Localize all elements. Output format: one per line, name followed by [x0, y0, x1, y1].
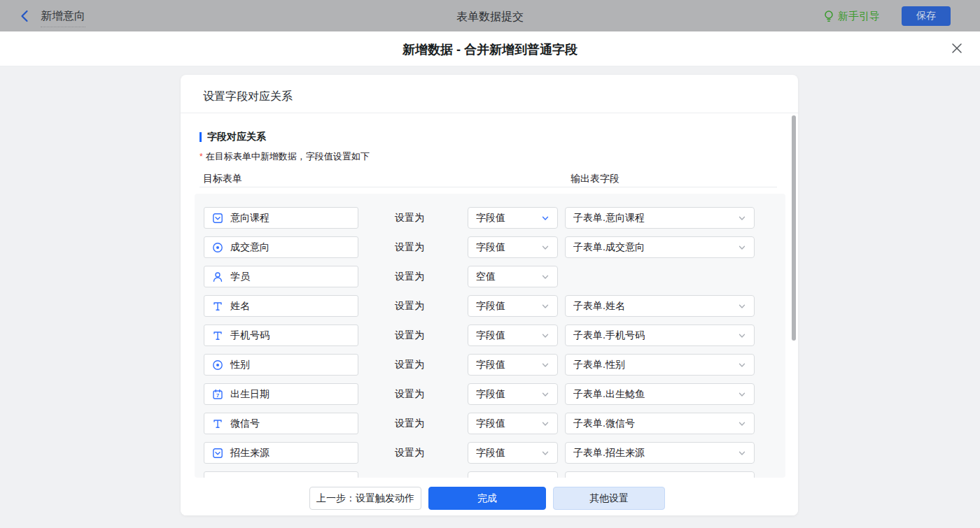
output-field-select[interactable] — [565, 471, 755, 478]
value-mode-select[interactable]: 字段值 — [468, 413, 558, 434]
target-field-box[interactable]: 姓名 — [204, 295, 358, 317]
field-mapping-row: 手机号码设置为字段值子表单.手机号码 — [195, 324, 785, 346]
other-settings-button[interactable]: 其他设置 — [553, 487, 665, 510]
target-field-box[interactable]: 手机号码 — [204, 324, 358, 346]
field-mapping-card: 设置字段对应关系 字段对应关系 *在目标表单中新增数据，字段值设置如下 目标表单… — [181, 75, 798, 515]
value-mode-select[interactable]: 字段值 — [468, 354, 558, 376]
modal-title: 新增数据 - 合并新增到普通字段 — [0, 41, 980, 58]
save-button[interactable]: 保存 — [902, 6, 951, 26]
target-field-box[interactable]: 学员 — [204, 266, 358, 287]
chevron-down-icon — [541, 420, 550, 428]
select-field-icon — [212, 448, 223, 459]
chevron-down-icon — [541, 390, 550, 399]
previous-step-button[interactable]: 上一步：设置触发动作 — [309, 487, 421, 510]
beginner-guide-link[interactable]: 新手引导 — [823, 9, 880, 23]
set-as-label: 设置为 — [395, 354, 424, 376]
target-field-box[interactable]: 招生来源 — [204, 442, 358, 464]
section-title-label: 字段对应关系 — [207, 131, 266, 143]
output-field-selected: 子表单.成交意向 — [573, 241, 645, 254]
field-mapping-row: 微信号设置为字段值子表单.微信号 — [195, 413, 785, 434]
value-mode-select[interactable]: 字段值 — [468, 324, 558, 346]
field-mapping-row — [195, 471, 785, 478]
field-mapping-row: 招生来源设置为字段值子表单.招生来源 — [195, 442, 785, 464]
modal-header: 新增数据 - 合并新增到普通字段 — [0, 31, 980, 66]
target-field-box[interactable]: 意向课程 — [204, 207, 358, 229]
output-field-selected: 子表单.手机号码 — [573, 329, 645, 342]
target-field-label: 意向课程 — [230, 212, 270, 224]
section-accent-bar — [200, 132, 202, 142]
calendar-field-icon: 7 — [212, 389, 223, 400]
target-field-label: 姓名 — [230, 300, 250, 313]
output-field-selected: 子表单.招生来源 — [573, 447, 645, 459]
value-mode-select[interactable]: 字段值 — [468, 383, 558, 405]
set-as-label: 设置为 — [395, 295, 424, 317]
chevron-down-icon — [541, 302, 550, 311]
field-mapping-row: 性别设置为字段值子表单.性别 — [195, 354, 785, 376]
chevron-down-icon — [541, 331, 550, 340]
divider — [181, 113, 798, 113]
target-field-box[interactable]: 7出生日期 — [204, 383, 358, 405]
svg-text:7: 7 — [216, 392, 220, 399]
chevron-down-icon — [738, 361, 746, 369]
output-field-select[interactable]: 子表单.性别 — [565, 354, 755, 376]
text-field-icon — [212, 418, 223, 429]
target-field-box[interactable]: 微信号 — [204, 413, 358, 434]
close-icon — [951, 42, 963, 55]
target-field-label: 性别 — [230, 359, 250, 371]
card-title: 设置字段对应关系 — [203, 90, 293, 104]
target-field-box[interactable]: 成交意向 — [204, 236, 358, 258]
chevron-down-icon — [738, 420, 746, 428]
value-mode-selected: 字段值 — [476, 359, 505, 371]
chevron-down-icon — [541, 214, 550, 222]
output-field-select[interactable]: 子表单.出生鲶鱼 — [565, 383, 755, 405]
text-field-icon — [212, 301, 223, 312]
output-field-selected: 子表单.意向课程 — [573, 212, 645, 224]
value-mode-selected: 字段值 — [476, 388, 505, 401]
close-button[interactable] — [951, 42, 965, 56]
radio-field-icon — [212, 359, 223, 371]
column-header-target-form: 目标表单 — [203, 173, 242, 185]
output-field-select[interactable]: 子表单.手机号码 — [565, 324, 755, 346]
target-field-box[interactable]: 性别 — [204, 354, 358, 376]
vertical-scrollbar[interactable] — [792, 115, 796, 341]
field-mapping-row: 成交意向设置为字段值子表单.成交意向 — [195, 236, 785, 258]
value-mode-select[interactable] — [468, 471, 558, 478]
value-mode-select[interactable]: 字段值 — [468, 442, 558, 464]
beginner-guide-label: 新手引导 — [838, 10, 880, 23]
set-as-label: 设置为 — [395, 324, 424, 346]
top-bar: 新增意向 表单数据提交 新手引导 保存 — [0, 0, 980, 31]
output-field-select[interactable]: 子表单.姓名 — [565, 295, 755, 317]
target-field-label: 手机号码 — [230, 329, 270, 342]
note-text: 在目标表单中新增数据，字段值设置如下 — [206, 151, 370, 162]
field-mapping-row: 7出生日期设置为字段值子表单.出生鲶鱼 — [195, 383, 785, 405]
value-mode-select[interactable]: 空值 — [468, 266, 558, 287]
required-note: *在目标表单中新增数据，字段值设置如下 — [200, 150, 370, 163]
set-as-label: 设置为 — [395, 236, 424, 258]
text-field-icon — [212, 330, 223, 341]
done-button[interactable]: 完成 — [428, 487, 546, 510]
target-field-box[interactable] — [204, 471, 358, 478]
modal-body: 设置字段对应关系 字段对应关系 *在目标表单中新增数据，字段值设置如下 目标表单… — [0, 66, 980, 528]
output-field-select[interactable]: 子表单.招生来源 — [565, 442, 755, 464]
chevron-down-icon — [738, 331, 746, 340]
output-field-select[interactable]: 子表单.微信号 — [565, 413, 755, 434]
value-mode-selected: 字段值 — [476, 447, 505, 459]
output-field-selected: 子表单.微信号 — [573, 418, 635, 430]
value-mode-select[interactable]: 字段值 — [468, 295, 558, 317]
field-mapping-rows: 意向课程设置为字段值子表单.意向课程成交意向设置为字段值子表单.成交意向学员设置… — [195, 194, 785, 478]
lightbulb-icon — [823, 10, 834, 22]
output-field-selected: 子表单.性别 — [573, 359, 625, 371]
value-mode-selected: 字段值 — [476, 300, 505, 313]
output-field-select[interactable]: 子表单.成交意向 — [565, 236, 755, 258]
value-mode-select[interactable]: 字段值 — [468, 207, 558, 229]
set-as-label: 设置为 — [395, 442, 424, 464]
output-field-select[interactable]: 子表单.意向课程 — [565, 207, 755, 229]
target-field-label: 学员 — [230, 271, 250, 283]
value-mode-select[interactable]: 字段值 — [468, 236, 558, 258]
value-mode-selected: 字段值 — [476, 241, 505, 254]
section-title: 字段对应关系 — [200, 131, 266, 143]
chevron-down-icon — [738, 243, 746, 252]
target-field-label: 出生日期 — [230, 388, 270, 401]
chevron-down-icon — [541, 361, 550, 369]
value-mode-selected: 字段值 — [476, 418, 505, 430]
